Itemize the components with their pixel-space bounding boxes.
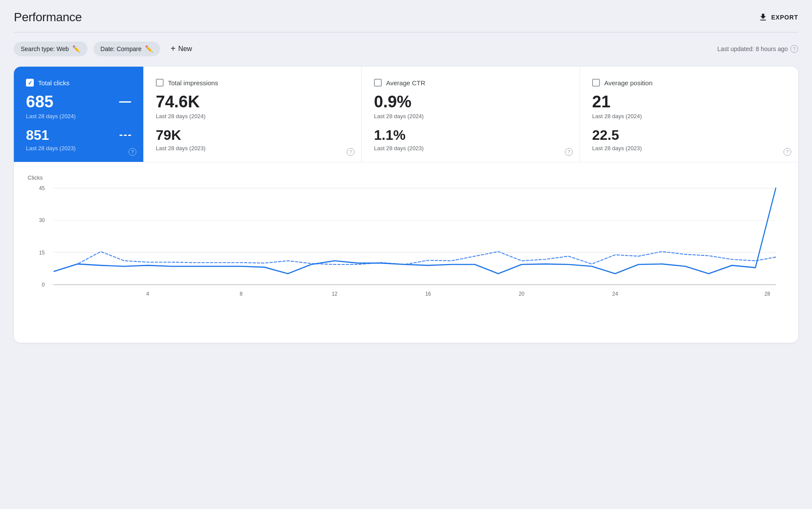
help-icon-ctr[interactable]: ?	[565, 148, 573, 156]
metric-period-position-secondary: Last 28 days (2023)	[592, 145, 786, 151]
export-icon	[758, 13, 768, 22]
checkmark-icon: ✓	[28, 80, 32, 86]
svg-text:12: 12	[332, 291, 337, 297]
search-type-filter[interactable]: Search type: Web ✏️	[14, 42, 87, 56]
metric-average-position[interactable]: Average position 21 Last 28 days (2024) …	[580, 67, 798, 162]
metric-checkbox-position[interactable]	[592, 79, 600, 87]
solid-line-indicator	[119, 101, 131, 103]
chart-y-label: Clicks	[28, 174, 784, 181]
metric-value-impressions-primary: 74.6K	[156, 93, 200, 111]
metrics-row: ✓ Total clicks 685 Last 28 days (2024) 8…	[14, 67, 798, 162]
svg-text:4: 4	[146, 291, 149, 297]
export-button[interactable]: EXPORT	[758, 13, 798, 22]
metric-total-impressions[interactable]: Total impressions 74.6K Last 28 days (20…	[144, 67, 362, 162]
metric-period-position-primary: Last 28 days (2024)	[592, 113, 786, 119]
plus-icon: +	[171, 44, 176, 54]
edit-icon-date: ✏️	[145, 45, 153, 53]
svg-text:15: 15	[39, 249, 45, 256]
svg-text:45: 45	[39, 185, 45, 191]
svg-text:20: 20	[519, 291, 525, 297]
metric-value-clicks-secondary: 851	[26, 127, 49, 143]
edit-icon: ✏️	[72, 45, 81, 53]
metric-label-position: Average position	[604, 79, 652, 87]
svg-text:0: 0	[42, 282, 45, 288]
filter-bar: Search type: Web ✏️ Date: Compare ✏️ + N…	[14, 32, 798, 67]
metric-label-clicks: Total clicks	[38, 79, 70, 87]
metric-label-ctr: Average CTR	[386, 79, 425, 87]
page-title: Performance	[14, 10, 82, 24]
svg-text:24: 24	[612, 291, 618, 297]
search-type-label: Search type: Web	[21, 45, 69, 52]
new-button[interactable]: + New	[166, 41, 197, 56]
chart-area: Clicks 45 30 15 0 4 8	[14, 162, 798, 343]
metric-average-ctr[interactable]: Average CTR 0.9% Last 28 days (2024) 1.1…	[362, 67, 580, 162]
svg-text:8: 8	[240, 291, 243, 297]
metric-value-ctr-secondary: 1.1%	[374, 127, 406, 143]
help-icon[interactable]: ?	[790, 45, 798, 53]
metric-value-position-primary: 21	[592, 93, 610, 111]
svg-text:28: 28	[764, 291, 770, 297]
header: Performance EXPORT	[14, 10, 798, 32]
metric-period-impressions-primary: Last 28 days (2024)	[156, 113, 349, 119]
metric-total-clicks[interactable]: ✓ Total clicks 685 Last 28 days (2024) 8…	[14, 67, 144, 162]
metric-period-impressions-secondary: Last 28 days (2023)	[156, 145, 349, 151]
metric-period-ctr-secondary: Last 28 days (2023)	[374, 145, 567, 151]
dashed-line-indicator	[119, 135, 131, 136]
help-icon-impressions[interactable]: ?	[347, 148, 354, 156]
metric-label-impressions: Total impressions	[168, 79, 218, 87]
metric-checkbox-ctr[interactable]	[374, 79, 382, 87]
metric-checkbox-clicks[interactable]: ✓	[26, 79, 34, 87]
solid-line-2024	[54, 188, 776, 274]
metric-value-ctr-primary: 0.9%	[374, 93, 412, 111]
date-label: Date: Compare	[100, 45, 142, 52]
metric-period-ctr-primary: Last 28 days (2024)	[374, 113, 567, 119]
metric-period-clicks-secondary: Last 28 days (2023)	[26, 145, 131, 151]
metric-period-clicks-primary: Last 28 days (2024)	[26, 113, 131, 119]
main-card: ✓ Total clicks 685 Last 28 days (2024) 8…	[14, 67, 798, 343]
chart-container: 45 30 15 0 4 8 12 16 20 24 28	[28, 184, 784, 331]
last-updated: Last updated: 8 hours ago ?	[717, 45, 798, 53]
svg-text:30: 30	[39, 217, 45, 224]
metric-value-position-secondary: 22.5	[592, 127, 619, 143]
date-filter[interactable]: Date: Compare ✏️	[93, 42, 160, 56]
dashed-line-2023	[54, 251, 776, 271]
metric-checkbox-impressions[interactable]	[156, 79, 164, 87]
svg-text:16: 16	[425, 291, 431, 297]
chart-svg: 45 30 15 0 4 8 12 16 20 24 28	[28, 184, 784, 331]
page: Performance EXPORT Search type: Web ✏️ D…	[0, 0, 812, 509]
help-icon-position[interactable]: ?	[783, 148, 791, 156]
metric-value-clicks-primary: 685	[26, 93, 53, 111]
metric-value-impressions-secondary: 79K	[156, 127, 181, 143]
help-icon-clicks[interactable]: ?	[129, 148, 136, 156]
